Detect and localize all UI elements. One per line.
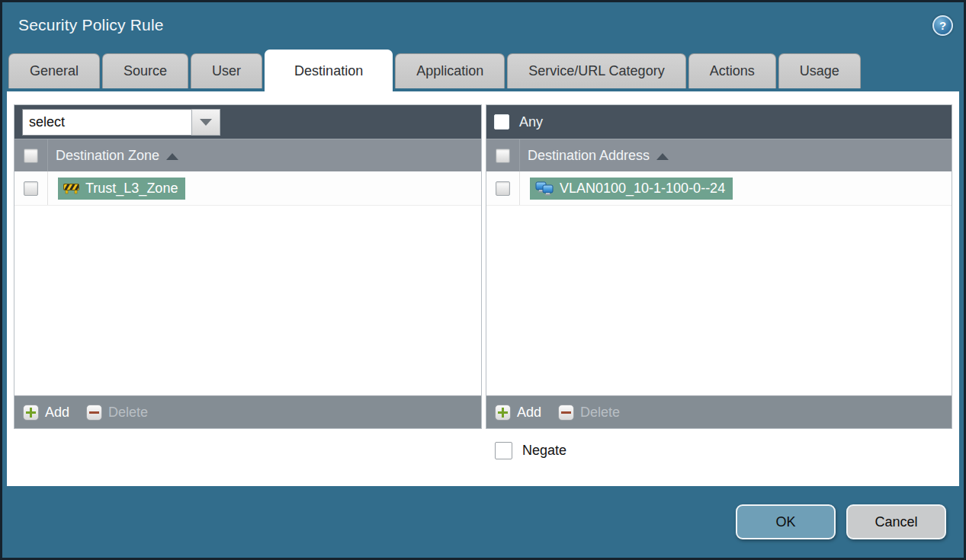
dialog-footer: OK Cancel — [2, 486, 964, 558]
tab-user[interactable]: User — [191, 53, 262, 88]
address-select-all-checkbox[interactable] — [496, 149, 510, 163]
delete-minus-icon — [558, 405, 574, 421]
tab-source[interactable]: Source — [102, 53, 188, 88]
zone-selected-chip[interactable]: Trust_L3_Zone — [58, 178, 185, 200]
zone-row-checkbox[interactable] — [24, 181, 38, 196]
dialog-title: Security Policy Rule — [18, 16, 164, 34]
address-row-checkbox[interactable] — [496, 181, 510, 196]
tab-application[interactable]: Application — [395, 53, 505, 88]
address-row-checkbox-cell — [486, 171, 520, 205]
zone-row-label: Trust_L3_Zone — [85, 181, 178, 197]
address-row-label: VLAN0100_10-1-100-0--24 — [560, 181, 725, 197]
security-policy-rule-dialog: Security Policy Rule ? General Source Us… — [0, 0, 966, 560]
negate-label: Negate — [522, 443, 566, 459]
tab-service-url-category[interactable]: Service/URL Category — [507, 53, 685, 88]
address-column-header: Destination Address — [486, 139, 952, 171]
destination-address-panel: Any Destination Address — [486, 104, 952, 429]
any-checkbox[interactable] — [494, 114, 509, 130]
destination-zone-panel: Destination Zone — [14, 104, 482, 429]
zone-column-title[interactable]: Destination Zone — [56, 148, 159, 164]
address-add-label: Add — [517, 405, 541, 421]
address-row[interactable]: VLAN0100_10-1-100-0--24 — [486, 171, 952, 206]
zone-panel-footer: Add Delete — [14, 395, 481, 428]
help-icon[interactable]: ? — [932, 15, 953, 36]
address-panel-toolbar: Any — [486, 105, 952, 139]
address-panel-footer: Add Delete — [486, 395, 952, 428]
zone-header-checkbox-cell — [14, 139, 48, 171]
sort-ascending-icon[interactable] — [166, 153, 178, 160]
address-column-title[interactable]: Destination Address — [528, 148, 650, 164]
negate-option: Negate — [495, 442, 959, 459]
zone-select-all-checkbox[interactable] — [24, 149, 38, 163]
zone-list: Trust_L3_Zone — [14, 171, 481, 395]
address-delete-label: Delete — [580, 405, 620, 421]
chevron-down-icon — [200, 119, 212, 126]
address-selected-chip[interactable]: VLAN0100_10-1-100-0--24 — [530, 178, 733, 200]
address-delete-button[interactable]: Delete — [558, 405, 620, 421]
zone-add-label: Add — [45, 405, 69, 421]
destination-tab-content: Destination Zone — [7, 91, 959, 486]
delete-minus-icon — [86, 405, 102, 421]
sort-ascending-icon[interactable] — [656, 153, 669, 160]
add-plus-icon — [495, 405, 511, 421]
zone-add-button[interactable]: Add — [23, 405, 69, 421]
cancel-button[interactable]: Cancel — [846, 504, 946, 539]
tab-general[interactable]: General — [8, 53, 100, 88]
zone-barrier-icon — [63, 182, 79, 194]
tab-destination[interactable]: Destination — [265, 50, 393, 91]
titlebar: Security Policy Rule ? — [2, 2, 964, 48]
tab-usage[interactable]: Usage — [778, 53, 861, 88]
zone-row[interactable]: Trust_L3_Zone — [14, 171, 481, 206]
zone-row-checkbox-cell — [14, 171, 48, 205]
zone-panel-toolbar — [14, 105, 481, 139]
ok-button[interactable]: OK — [736, 504, 836, 539]
address-list: VLAN0100_10-1-100-0--24 — [486, 171, 952, 395]
zone-column-header: Destination Zone — [14, 139, 481, 171]
any-option: Any — [494, 114, 543, 130]
add-plus-icon — [23, 405, 39, 421]
network-computers-icon — [535, 181, 554, 196]
zone-delete-button[interactable]: Delete — [86, 405, 148, 421]
any-label: Any — [519, 114, 543, 130]
zone-delete-label: Delete — [108, 405, 148, 421]
tab-actions[interactable]: Actions — [688, 53, 776, 88]
zone-select-dropdown-button[interactable] — [191, 109, 220, 136]
address-header-checkbox-cell — [486, 139, 520, 171]
zone-select-input[interactable] — [22, 109, 191, 136]
tab-bar: General Source User Destination Applicat… — [2, 48, 964, 91]
zone-select-combo — [22, 109, 220, 136]
address-add-button[interactable]: Add — [495, 405, 541, 421]
negate-checkbox[interactable] — [495, 442, 512, 459]
